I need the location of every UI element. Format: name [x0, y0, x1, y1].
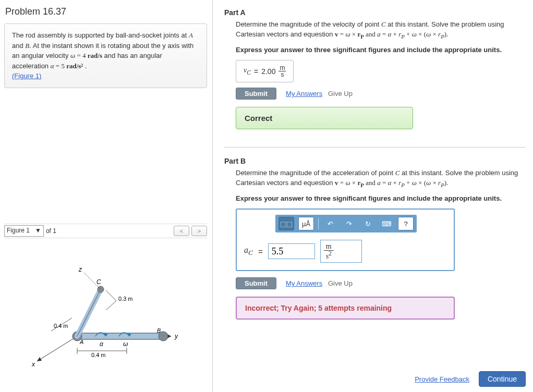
equation-toolbar: ⬚⬚ μÅ ↶ ↷ ↻ ⌨ ?	[275, 215, 417, 232]
part-b-instructions: Express your answer to three significant…	[236, 194, 526, 202]
part-b-value-input[interactable]	[268, 243, 315, 259]
stmt-pre: The rod assembly is supported by ball-an…	[12, 31, 189, 39]
figure-link[interactable]: (Figure 1)	[12, 72, 41, 80]
help-button[interactable]: ?	[398, 217, 414, 230]
redo-button[interactable]: ↷	[342, 217, 356, 230]
svg-text:α: α	[100, 340, 104, 348]
svg-text:x: x	[31, 361, 35, 368]
figure-dropdown[interactable]: Figure 1 ▼	[4, 225, 44, 237]
svg-line-12	[77, 289, 101, 336]
alpha-val: = 5	[54, 62, 67, 70]
part-b-prompt: Determine the magnitude of the accelerat…	[236, 168, 526, 189]
part-b-feedback-incorrect: Incorrect; Try Again; 5 attempts remaini…	[236, 297, 455, 320]
figure-selector-bar: Figure 1 ▼ of 1 < >	[4, 224, 207, 238]
figure-next-button[interactable]: >	[191, 226, 207, 236]
svg-marker-4	[37, 357, 42, 361]
figure-prev-button[interactable]: <	[174, 226, 189, 236]
problem-statement: The rod assembly is supported by ball-an…	[4, 23, 207, 88]
svg-line-3	[37, 336, 77, 361]
undo-button[interactable]: ↶	[323, 217, 337, 230]
part-a-submit-button[interactable]: Submit	[236, 88, 276, 100]
toolbar-sep	[318, 218, 319, 229]
omega-val: = 4	[75, 52, 88, 59]
svg-text:0.3 m: 0.3 m	[118, 296, 133, 302]
svg-text:z: z	[78, 266, 82, 273]
pb-var: aC	[244, 246, 253, 257]
pb-eq: =	[258, 247, 263, 256]
part-b-label: Part B	[224, 157, 526, 165]
part-a-answer-display: vC = 2.00 m s	[236, 60, 294, 82]
pb-unit-den: s2	[324, 251, 334, 260]
stmt-tail: .	[83, 62, 87, 70]
pb-pre: Determine the magnitude of the accelerat…	[236, 169, 395, 177]
units-button[interactable]: μÅ	[298, 217, 314, 230]
part-a-label: Part A	[224, 8, 526, 17]
part-a-give-up-link[interactable]: Give Up	[328, 90, 353, 97]
figure-image: y x A B C z	[4, 238, 207, 388]
part-divider	[224, 147, 526, 148]
pa-c: C	[381, 20, 386, 28]
svg-text:ω: ω	[123, 340, 128, 348]
part-b-give-up-link[interactable]: Give Up	[328, 279, 353, 287]
pb-unit-num: m	[324, 242, 334, 251]
pb-eqn: v = ω × rP and a = α × rP + ω × (ω × rP)…	[335, 179, 448, 187]
part-b-submit-button[interactable]: Submit	[236, 277, 276, 289]
point-a: A	[189, 31, 193, 39]
alpha-unit: rad/s²	[66, 62, 83, 70]
svg-line-18	[106, 301, 116, 310]
provide-feedback-link[interactable]: Provide Feedback	[415, 375, 469, 383]
problem-title: Problem 16.37	[5, 6, 207, 17]
pa-unit-den: s	[280, 71, 285, 78]
svg-line-17	[106, 290, 116, 301]
part-a-my-answers-link[interactable]: My Answers	[286, 90, 322, 97]
pa-pre: Determine the magnitude of the velocity …	[236, 20, 381, 28]
part-a-feedback-correct: Correct	[236, 107, 413, 129]
templates-button[interactable]: ⬚⬚	[278, 217, 294, 230]
pa-var: vC	[244, 66, 251, 76]
omega-sym: ω	[70, 52, 75, 59]
part-a-prompt: Determine the magnitude of the velocity …	[236, 20, 526, 41]
continue-button[interactable]: Continue	[479, 371, 526, 387]
omega-unit: rad/s	[88, 52, 102, 59]
svg-text:y: y	[174, 333, 178, 340]
figure-count: of 1	[46, 227, 56, 235]
stmt-mid1: and	[12, 42, 25, 50]
pa-val: 2.00	[261, 67, 275, 76]
keyboard-button[interactable]: ⌨	[379, 217, 394, 230]
svg-text:A: A	[79, 339, 83, 345]
part-b-my-answers-link[interactable]: My Answers	[286, 279, 322, 287]
svg-text:C: C	[96, 278, 101, 286]
part-b-unit-input[interactable]: m s2	[320, 240, 362, 263]
svg-text:B: B	[157, 327, 161, 334]
reset-button[interactable]: ↻	[360, 217, 375, 230]
alpha-sym: α	[51, 62, 54, 70]
pa-eq: =	[254, 67, 258, 76]
figure-dropdown-label: Figure 1	[7, 227, 30, 234]
svg-text:0.4 m: 0.4 m	[54, 323, 68, 329]
pa-eqn: v = ω × rP and a = α × rP + ω × (ω × rP)…	[335, 30, 448, 38]
part-b-answer-panel: ⬚⬚ μÅ ↶ ↷ ↻ ⌨ ? aC = m s2	[236, 209, 455, 271]
part-a-instructions: Express your answer to three significant…	[236, 46, 526, 54]
pa-unit: m s	[278, 65, 286, 78]
svg-text:0.4 m: 0.4 m	[91, 352, 106, 358]
